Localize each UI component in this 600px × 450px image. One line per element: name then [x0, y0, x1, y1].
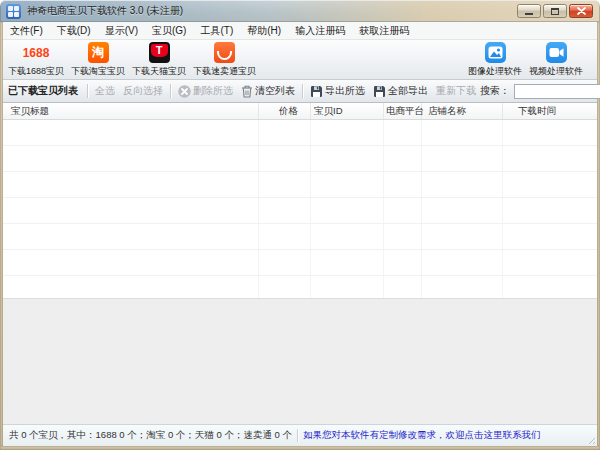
list-toolbar: 已下载宝贝列表 全选 反向选择 删除所选 清空列表 [3, 80, 597, 103]
download-1688-button[interactable]: 1688 下载1688宝贝 [5, 40, 67, 80]
item-count-summary: 共 0 个宝贝，其中：1688 0 个；淘宝 0 个；天猫 0 个；速卖通 0 … [9, 429, 292, 442]
separator [87, 84, 88, 98]
menu-tools[interactable]: 工具(T) [193, 22, 240, 39]
close-icon [577, 7, 586, 15]
trash-icon [241, 85, 253, 98]
status-bar: 共 0 个宝贝，其中：1688 0 个；淘宝 0 个；天猫 0 个；速卖通 0 … [3, 424, 597, 446]
download-aliexpress-button[interactable]: 下载速卖通宝贝 [190, 40, 259, 80]
select-all-button[interactable]: 全选 [91, 84, 119, 98]
client-area: 文件(F) 下载(D) 显示(V) 宝贝(G) 工具(T) 帮助(H) 输入注册… [3, 22, 597, 446]
table-row [3, 172, 597, 198]
maximize-button[interactable] [543, 4, 567, 18]
search-label: 搜索： [480, 84, 510, 98]
app-icon [6, 4, 21, 19]
aliexpress-logo-icon [214, 42, 236, 64]
window-title: 神奇电商宝贝下载软件 3.0 (未注册) [27, 4, 183, 18]
image-software-icon [484, 42, 506, 64]
image-software-button[interactable]: 图像处理软件 [465, 40, 525, 80]
table-row [3, 198, 597, 224]
close-button[interactable] [569, 4, 593, 18]
menu-help[interactable]: 帮助(H) [240, 22, 288, 39]
table-header: 宝贝标题 价格 宝贝ID 电商平台 店铺名称 下载时间 [3, 103, 597, 120]
download-tmall-button[interactable]: T 下载天猫宝贝 [129, 40, 189, 80]
separator [302, 84, 303, 98]
taobao-logo-icon: 淘 [87, 42, 109, 64]
minimize-icon [525, 13, 533, 15]
export-selected-button[interactable]: 导出所选 [306, 84, 369, 98]
video-software-button[interactable]: 视频处理软件 [526, 40, 586, 80]
floppy-disk-icon [310, 85, 323, 98]
list-empty-area [3, 298, 597, 424]
column-header-item-id[interactable]: 宝贝ID [311, 103, 384, 119]
clear-list-button[interactable]: 清空列表 [237, 84, 299, 98]
search-input[interactable] [514, 84, 600, 99]
table-row [3, 250, 597, 276]
menu-enter-regcode[interactable]: 输入注册码 [288, 22, 352, 39]
contact-us-link[interactable]: 如果您对本软件有定制修改需求，欢迎点击这里联系我们 [303, 429, 541, 442]
resize-grip[interactable] [586, 435, 595, 444]
list-title: 已下载宝贝列表 [8, 84, 78, 98]
floppy-disk-icon [373, 85, 386, 98]
table-row [3, 276, 597, 298]
menu-bar: 文件(F) 下载(D) 显示(V) 宝贝(G) 工具(T) 帮助(H) 输入注册… [3, 22, 597, 40]
menu-get-regcode[interactable]: 获取注册码 [352, 22, 416, 39]
menu-file[interactable]: 文件(F) [3, 22, 50, 39]
download-taobao-button[interactable]: 淘 下载淘宝宝贝 [68, 40, 128, 80]
title-bar[interactable]: 神奇电商宝贝下载软件 3.0 (未注册) [0, 0, 600, 22]
delete-x-circle-icon [178, 85, 191, 98]
main-toolbar: 1688 下载1688宝贝 淘 下载淘宝宝贝 T 下载天猫宝贝 下载速卖通宝贝 [3, 40, 597, 80]
minimize-button[interactable] [517, 4, 541, 18]
tmall-logo-icon: T [148, 42, 170, 64]
separator [297, 429, 298, 442]
export-all-button[interactable]: 全部导出 [369, 84, 432, 98]
menu-view[interactable]: 显示(V) [98, 22, 145, 39]
column-header-platform[interactable]: 电商平台 [384, 103, 422, 119]
separator [170, 84, 171, 98]
column-header-price[interactable]: 价格 [259, 103, 311, 119]
video-software-icon [545, 42, 567, 64]
window-frame-bottom [0, 446, 600, 450]
table-row [3, 120, 597, 146]
column-header-title[interactable]: 宝贝标题 [3, 103, 259, 119]
1688-logo-icon: 1688 [25, 42, 47, 64]
invert-selection-button[interactable]: 反向选择 [119, 84, 167, 98]
table-row [3, 146, 597, 172]
column-header-download-time[interactable]: 下载时间 [503, 103, 597, 119]
delete-selected-button[interactable]: 删除所选 [174, 84, 237, 98]
search-group: 搜索： [480, 84, 600, 99]
toolbar-right-group: 图像处理软件 视频处理软件 [465, 40, 587, 80]
menu-item[interactable]: 宝贝(G) [145, 22, 193, 39]
window-controls [517, 4, 593, 18]
menu-download[interactable]: 下载(D) [50, 22, 98, 39]
item-list [3, 120, 597, 298]
maximize-icon [551, 8, 559, 15]
table-row [3, 224, 597, 250]
column-header-shop-name[interactable]: 店铺名称 [422, 103, 503, 119]
redownload-button[interactable]: 重新下载 [432, 84, 480, 98]
